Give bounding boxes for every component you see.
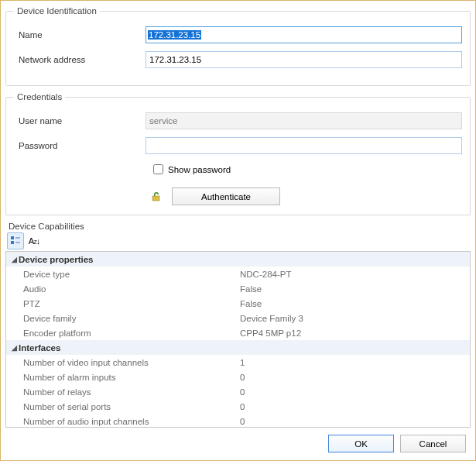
property-name: Number of relays — [6, 387, 238, 397]
credentials-legend: Credentials — [14, 92, 65, 101]
capabilities-grid[interactable]: ◢Device propertiesDevice typeNDC-284-PTA… — [5, 251, 471, 428]
property-name: Audio — [6, 284, 238, 294]
property-name: Encoder platform — [6, 329, 238, 338]
svg-rect-1 — [11, 236, 14, 239]
collapse-icon: ◢ — [9, 256, 19, 263]
property-row[interactable]: Number of video input channels1 — [6, 355, 470, 370]
alphabetical-view-button[interactable]: AZ↓ — [26, 232, 43, 249]
categorized-view-button[interactable] — [7, 232, 24, 249]
property-name: PTZ — [6, 299, 238, 308]
property-value: Device Family 3 — [238, 314, 470, 323]
username-label: User name — [14, 116, 146, 126]
collapse-icon: ◢ — [9, 344, 19, 352]
name-label: Name — [14, 30, 146, 40]
authenticate-button[interactable]: Authenticate — [172, 187, 280, 205]
property-value: False — [238, 284, 470, 294]
property-value: NDC-284-PT — [238, 270, 470, 279]
property-value: 0 — [238, 387, 470, 397]
device-identification-legend: Device Identification — [14, 6, 100, 15]
property-row[interactable]: AudioFalse — [6, 281, 470, 296]
property-row[interactable]: Number of audio input channels0 — [6, 414, 470, 428]
property-row[interactable]: Number of alarm inputs0 — [6, 370, 470, 384]
property-value: 0 — [238, 373, 470, 382]
show-password-label: Show password — [168, 165, 231, 174]
ok-button[interactable]: OK — [328, 435, 394, 452]
network-address-input[interactable] — [146, 51, 462, 68]
network-address-label: Network address — [14, 55, 146, 64]
property-name: Number of alarm inputs — [6, 373, 238, 382]
svg-rect-2 — [11, 241, 14, 244]
cancel-button[interactable]: Cancel — [400, 435, 466, 452]
credentials-group: Credentials User name Password Show pass… — [5, 92, 471, 215]
property-row[interactable]: Number of serial ports0 — [6, 399, 470, 414]
property-name: Device family — [6, 314, 238, 323]
property-row[interactable]: PTZFalse — [6, 296, 470, 311]
property-value: CPP4 5MP p12 — [238, 329, 470, 338]
property-row[interactable]: Device typeNDC-284-PT — [6, 267, 470, 281]
property-group-title: Device properties — [19, 255, 94, 264]
property-group-title: Interfaces — [19, 343, 60, 353]
property-row[interactable]: Encoder platformCPP4 5MP p12 — [6, 325, 470, 340]
property-value: 0 — [238, 402, 470, 411]
property-name: Number of video input channels — [6, 358, 238, 367]
property-value: 0 — [238, 417, 470, 426]
unlock-icon — [150, 191, 163, 203]
property-group-header[interactable]: ◢Device properties — [6, 252, 470, 267]
username-input — [146, 112, 462, 129]
property-group-header[interactable]: ◢Interfaces — [6, 340, 470, 355]
device-identification-group: Device Identification Name 172.31.23.15 … — [5, 6, 471, 86]
sort-az-icon: AZ↓ — [29, 236, 40, 246]
password-input[interactable] — [146, 137, 462, 154]
svg-rect-0 — [152, 196, 159, 201]
property-name: Device type — [6, 270, 238, 279]
name-input-value: 172.31.23.15 — [148, 30, 201, 40]
property-row[interactable]: Device familyDevice Family 3 — [6, 311, 470, 325]
property-name: Number of audio input channels — [6, 417, 238, 426]
device-capabilities-label: Device Capabilities — [9, 222, 471, 231]
property-row[interactable]: Number of relays0 — [6, 384, 470, 399]
property-name: Number of serial ports — [6, 402, 238, 411]
property-value: False — [238, 299, 470, 308]
property-value: 1 — [238, 358, 470, 367]
password-label: Password — [14, 141, 146, 150]
capabilities-toolbar: AZ↓ — [7, 232, 471, 249]
name-input[interactable]: 172.31.23.15 — [146, 26, 462, 43]
show-password-checkbox[interactable] — [153, 164, 163, 174]
